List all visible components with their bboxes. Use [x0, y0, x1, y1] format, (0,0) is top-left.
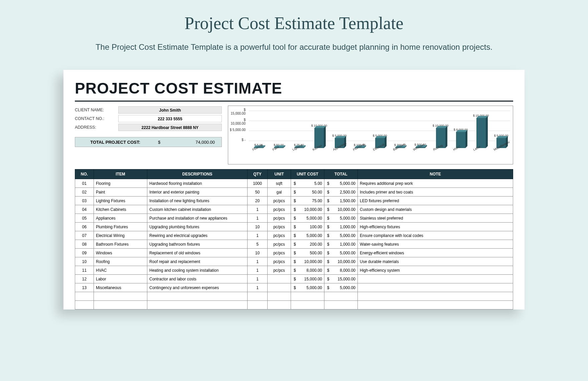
- table-header: UNIT: [268, 169, 291, 179]
- table-row-empty: [75, 292, 513, 301]
- table-header: UNIT COST: [291, 169, 324, 179]
- chart-y-tick: $ -: [228, 138, 247, 148]
- table-row: 10 Roofing Roof repair and replacement 1…: [75, 257, 513, 266]
- address-value: 2222 Hardboar Street 8888 NY: [118, 124, 222, 131]
- total-project-cost: TOTAL PROJECT COST: $ 74,000.00: [75, 137, 222, 147]
- table-header: QTY: [248, 169, 268, 179]
- table-row: 11 HVAC Heating and cooling system insta…: [75, 266, 513, 275]
- table-row: 06 Plumbing Fixtures Upgrading plumbing …: [75, 223, 513, 231]
- table-header: ITEM: [94, 169, 147, 179]
- table-row-empty: [75, 301, 513, 309]
- estimate-sheet: PROJECT COST ESTIMATE CLIENT NAME: John …: [63, 70, 525, 309]
- table-row: 02 Paint Interior and exterior painting …: [75, 188, 513, 197]
- contact-label: CONTACT NO.:: [75, 116, 118, 121]
- table-row: 09 Windows Replacement of old windows 10…: [75, 249, 513, 257]
- table-row: 07 Electrical Wiring Rewiring and electr…: [75, 231, 513, 240]
- table-row: 08 Bathroom Fixtures Upgrading bathroom …: [75, 240, 513, 249]
- contact-value: 222 333 5555: [118, 115, 222, 122]
- total-amount: 74,000.00: [169, 140, 222, 145]
- client-info-block: CLIENT NAME: John Smith CONTACT NO.: 222…: [75, 106, 222, 164]
- chart-y-tick: $ 15,000.00: [228, 108, 247, 118]
- cost-table: NO.ITEMDESCRIPTIONSQTYUNITUNIT COSTTOTAL…: [75, 169, 513, 309]
- table-header: NOTE: [358, 169, 513, 179]
- total-label: TOTAL PROJECT COST:: [75, 140, 155, 145]
- table-header: NO.: [75, 169, 94, 179]
- client-name-value: John Smith: [118, 106, 222, 114]
- document-title: PROJECT COST ESTIMATE: [75, 79, 513, 102]
- table-row: 13 Miscellaneous Contingency and unfores…: [75, 283, 513, 292]
- address-label: ADDRESS:: [75, 125, 118, 130]
- total-currency: $: [155, 140, 169, 145]
- table-row: 03 Lighting Fixtures Installation of new…: [75, 197, 513, 205]
- table-row: 12 Labor Contractor and labor costs 1 $1…: [75, 275, 513, 283]
- table-header: TOTAL: [324, 169, 358, 179]
- table-row: 01 Flooring Hardwood flooring installati…: [75, 179, 513, 188]
- page-title: Project Cost Estimate Template: [0, 13, 588, 33]
- chart-y-tick: $ 10,000.00: [228, 118, 247, 128]
- table-header: DESCRIPTIONS: [147, 169, 248, 179]
- client-name-label: CLIENT NAME:: [75, 108, 118, 112]
- page-subtitle: The Project Cost Estimate Template is a …: [74, 41, 514, 53]
- chart-y-tick: $ 5,000.00: [228, 128, 247, 138]
- table-row: 05 Appliances Purchase and installation …: [75, 214, 513, 223]
- cost-chart: $ 15,000.00$ 10,000.00$ 5,000.00$ - $ 5.…: [228, 106, 513, 164]
- table-row: 04 Kitchen Cabinets Custom kitchen cabin…: [75, 205, 513, 214]
